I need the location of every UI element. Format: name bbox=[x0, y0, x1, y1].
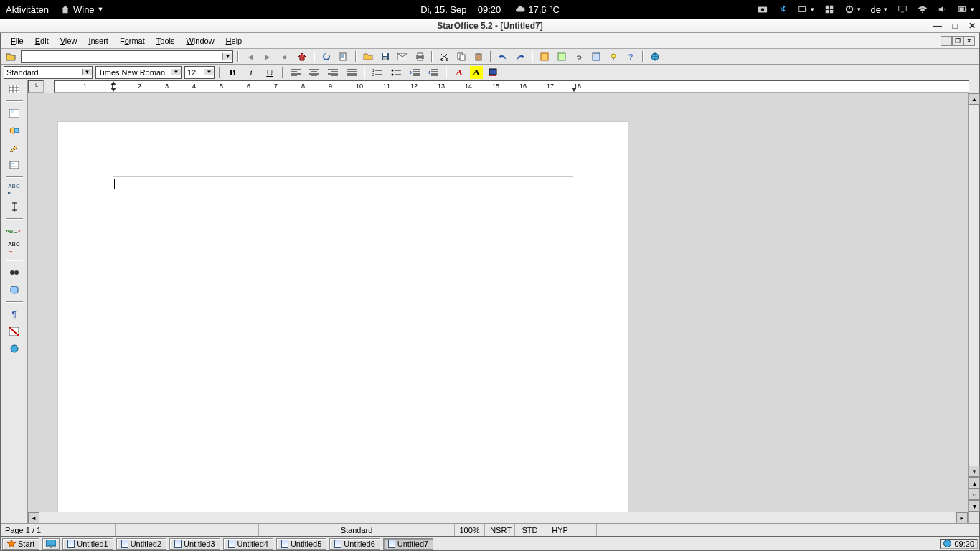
mdi-minimize[interactable]: _ bbox=[941, 36, 952, 46]
wifi-icon[interactable] bbox=[918, 4, 928, 14]
menu-format[interactable]: Format bbox=[114, 35, 151, 47]
data-source-button[interactable] bbox=[6, 283, 22, 297]
insert-fields-button[interactable] bbox=[6, 106, 22, 121]
scroll-track[interactable] bbox=[969, 105, 979, 466]
nav-forward-button[interactable]: ► bbox=[260, 50, 275, 63]
next-page-button[interactable]: ▾ bbox=[969, 500, 980, 512]
nav-back-button[interactable]: ◄ bbox=[243, 50, 258, 63]
scroll-right-button[interactable]: ► bbox=[956, 512, 968, 524]
start-button[interactable]: Start bbox=[2, 538, 39, 550]
taskbar-doc-untitled1[interactable]: Untitled1 bbox=[62, 538, 113, 550]
window-titlebar[interactable]: StarOffice 5.2 - [Untitled7] — □ ✕ bbox=[0, 19, 980, 33]
taskbar-doc-untitled7[interactable]: Untitled7 bbox=[383, 538, 433, 550]
taskbar-doc-untitled3[interactable]: Untitled3 bbox=[169, 538, 220, 550]
scroll-up-button[interactable]: ▲ bbox=[969, 93, 980, 105]
font-name-combo[interactable]: ▼ bbox=[95, 66, 182, 79]
prev-page-button[interactable]: ▴ bbox=[969, 477, 980, 489]
close-button[interactable]: ✕ bbox=[967, 21, 977, 31]
bullet-list-button[interactable] bbox=[388, 66, 404, 79]
taskbar-doc-untitled5[interactable]: Untitled5 bbox=[276, 538, 326, 550]
edit-file-button[interactable] bbox=[336, 50, 351, 63]
menu-file[interactable]: File bbox=[5, 35, 29, 47]
mail-button[interactable] bbox=[395, 50, 410, 63]
open-button[interactable] bbox=[361, 50, 375, 63]
document-page[interactable] bbox=[58, 122, 628, 512]
status-insert[interactable]: INSRT bbox=[485, 524, 515, 536]
online-layout-button[interactable] bbox=[6, 342, 22, 356]
font-size-input[interactable] bbox=[185, 68, 204, 77]
wine-menu[interactable]: Wine ▼ bbox=[60, 4, 104, 15]
screen-icon[interactable] bbox=[897, 4, 908, 14]
horizontal-ruler[interactable]: 1123456789101112131415161718 bbox=[54, 80, 969, 93]
status-style[interactable]: Standard bbox=[259, 524, 455, 536]
help-button[interactable]: ? bbox=[623, 50, 638, 63]
paste-button[interactable] bbox=[471, 50, 486, 63]
online-button[interactable] bbox=[648, 50, 662, 63]
taskbar-doc-untitled6[interactable]: Untitled6 bbox=[329, 538, 380, 550]
form-button[interactable] bbox=[6, 158, 22, 172]
os-weather[interactable]: 17,6 °C bbox=[515, 4, 560, 15]
menu-tools[interactable]: Tools bbox=[151, 35, 181, 47]
menu-window[interactable]: Window bbox=[180, 35, 220, 47]
tray-power-menu[interactable]: ▾ bbox=[844, 4, 861, 14]
copy-button[interactable] bbox=[454, 50, 468, 63]
minimize-button[interactable]: — bbox=[933, 21, 943, 31]
status-selmode[interactable]: STD bbox=[515, 524, 545, 536]
keyboard-layout[interactable]: de ▾ bbox=[871, 4, 887, 15]
ruler-corner[interactable]: └ bbox=[28, 80, 44, 93]
direct-cursor-button[interactable] bbox=[6, 199, 22, 214]
highlight-button[interactable]: A bbox=[470, 66, 483, 79]
menu-view[interactable]: View bbox=[55, 35, 83, 47]
insert-table-button[interactable] bbox=[6, 82, 22, 96]
decrease-indent-button[interactable] bbox=[407, 66, 423, 79]
explorer-button[interactable] bbox=[4, 50, 18, 63]
increase-indent-button[interactable] bbox=[425, 66, 441, 79]
url-input[interactable] bbox=[22, 52, 222, 61]
find-button[interactable] bbox=[6, 265, 22, 280]
status-zoom[interactable]: 100% bbox=[455, 524, 485, 536]
grid-icon[interactable] bbox=[824, 4, 834, 14]
taskbar-doc-untitled4[interactable]: Untitled4 bbox=[223, 538, 273, 550]
italic-button[interactable]: i bbox=[243, 66, 259, 79]
cut-button[interactable] bbox=[437, 50, 451, 63]
autospell-button[interactable]: ABC～ bbox=[6, 241, 22, 255]
bluetooth-icon[interactable] bbox=[778, 4, 788, 14]
show-draw-button[interactable] bbox=[6, 141, 22, 155]
mdi-close[interactable]: ✕ bbox=[963, 36, 975, 46]
activities-button[interactable]: Aktivitäten bbox=[6, 4, 49, 15]
scroll-down-button[interactable]: ▼ bbox=[969, 466, 980, 477]
stylist-button[interactable] bbox=[555, 50, 569, 63]
nav-home-button[interactable] bbox=[295, 50, 309, 63]
graphics-onoff-button[interactable] bbox=[6, 324, 22, 339]
number-list-button[interactable]: 12 bbox=[369, 66, 385, 79]
tray-battery2-menu[interactable]: ▾ bbox=[958, 4, 974, 14]
hyperlink-button[interactable] bbox=[572, 50, 586, 63]
align-left-button[interactable] bbox=[288, 66, 303, 79]
horizontal-scrollbar[interactable]: ◄ ► bbox=[28, 512, 968, 523]
redo-button[interactable] bbox=[513, 50, 527, 63]
dropdown-icon[interactable]: ▼ bbox=[171, 69, 181, 75]
save-button[interactable] bbox=[378, 50, 392, 63]
paragraph-style-combo[interactable]: ▼ bbox=[4, 66, 93, 79]
os-clock[interactable]: Di, 15. Sep 09:20 bbox=[420, 4, 501, 15]
nav-dial-button[interactable]: ○ bbox=[969, 489, 980, 500]
status-hyp[interactable]: HYP bbox=[545, 524, 575, 536]
url-combo[interactable]: ▼ bbox=[21, 50, 233, 63]
volume-icon[interactable] bbox=[938, 4, 948, 14]
reload-button[interactable] bbox=[319, 50, 334, 63]
dropdown-icon[interactable]: ▼ bbox=[82, 69, 92, 75]
edit-autotext-button[interactable]: ABC▸ bbox=[6, 182, 22, 197]
spellcheck-button[interactable]: ABC✓ bbox=[6, 224, 22, 238]
font-size-combo[interactable]: ▼ bbox=[184, 66, 215, 79]
font-color-button[interactable]: A bbox=[451, 66, 467, 79]
vertical-scrollbar[interactable]: ▲ ▼ ▴ ○ ▾ bbox=[968, 93, 979, 512]
maximize-button[interactable]: □ bbox=[950, 21, 960, 31]
gallery-button[interactable] bbox=[589, 50, 603, 63]
dropdown-icon[interactable]: ▼ bbox=[204, 69, 214, 75]
dropdown-icon[interactable]: ▼ bbox=[222, 53, 232, 60]
desktop-button[interactable] bbox=[42, 538, 60, 550]
camera-icon[interactable] bbox=[758, 4, 768, 14]
scroll-track[interactable] bbox=[39, 512, 956, 523]
menu-help[interactable]: Help bbox=[220, 35, 248, 47]
align-right-button[interactable] bbox=[325, 66, 341, 79]
